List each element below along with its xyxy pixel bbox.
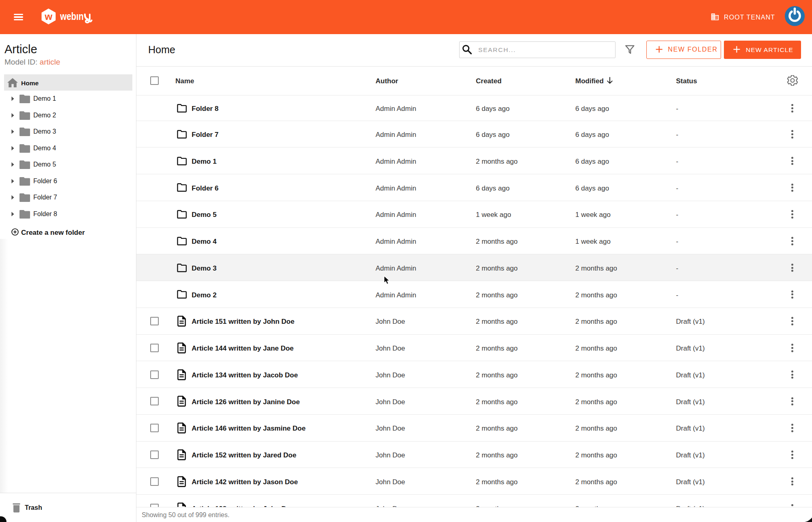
svg-text:webın: webın <box>60 11 84 22</box>
svg-text:w: w <box>44 11 52 22</box>
